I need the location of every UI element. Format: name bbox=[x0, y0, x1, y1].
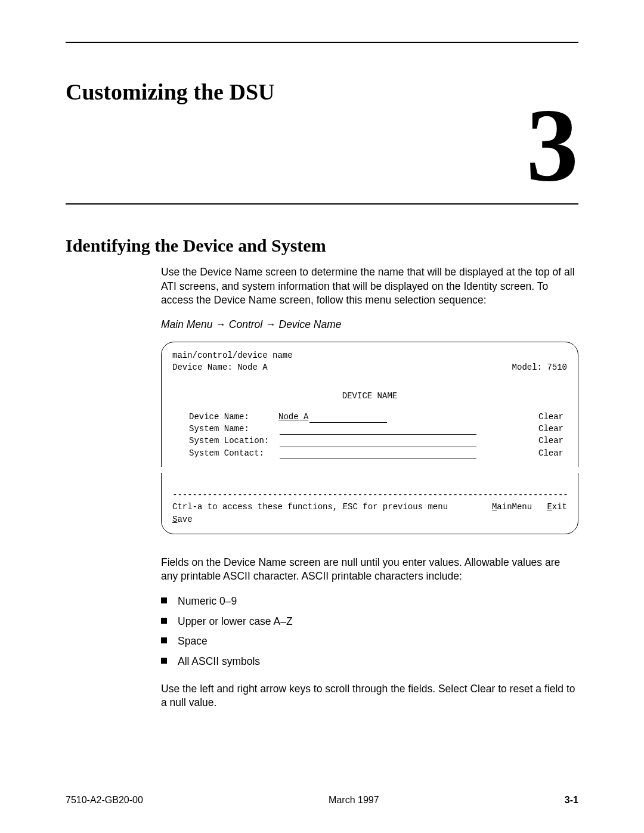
bullet-list: Numeric 0–9 Upper or lower case A–Z Spac… bbox=[161, 594, 578, 669]
terminal-row: System Location: Clear bbox=[189, 435, 567, 447]
terminal-field-value-text: Node A bbox=[278, 412, 308, 422]
intro-paragraph: Use the Device Name screen to determine … bbox=[161, 265, 578, 308]
terminal-divider: ----------------------------------------… bbox=[172, 489, 567, 501]
terminal-footer-right: MainMenu Exit bbox=[492, 501, 567, 513]
save-link[interactable]: Save bbox=[172, 513, 567, 525]
terminal-footer-hint: Ctrl-a to access these functions, ESC fo… bbox=[172, 501, 448, 513]
exit-u: E bbox=[547, 502, 552, 512]
terminal-field-value[interactable] bbox=[278, 447, 531, 459]
terminal-field-label: System Contact: bbox=[189, 447, 278, 459]
list-item: Numeric 0–9 bbox=[161, 594, 578, 609]
menu-path: Main Menu → Control → Device Name bbox=[161, 318, 578, 331]
terminal-field-value[interactable] bbox=[278, 435, 531, 447]
clear-button[interactable]: Clear bbox=[531, 411, 567, 423]
underline bbox=[280, 459, 476, 459]
terminal-footer: Ctrl-a to access these functions, ESC fo… bbox=[172, 501, 567, 513]
footer-doc-id: 7510-A2-GB20-00 bbox=[66, 795, 143, 806]
mainmenu-rest: ainMenu bbox=[497, 502, 532, 512]
page: Customizing the DSU 3 Identifying the De… bbox=[0, 0, 644, 833]
list-item: Upper or lower case A–Z bbox=[161, 615, 578, 629]
terminal-row: System Contact: Clear bbox=[189, 447, 567, 459]
section-title: Identifying the Device and System bbox=[66, 236, 578, 256]
after-terminal-paragraph: Fields on the Device Name screen are nul… bbox=[161, 556, 578, 584]
clear-button[interactable]: Clear bbox=[531, 447, 567, 459]
clear-button[interactable]: Clear bbox=[531, 423, 567, 435]
arrow-icon: → bbox=[215, 318, 226, 330]
save-rest: ave bbox=[177, 515, 192, 524]
terminal-fields: Device Name: Node A Clear System Name: C… bbox=[172, 411, 567, 459]
closing-paragraph: Use the left and right arrow keys to scr… bbox=[161, 682, 578, 710]
menu-path-seg-1: Control bbox=[229, 318, 262, 330]
exit-rest: xit bbox=[552, 502, 567, 512]
terminal-field-label: System Name: bbox=[189, 423, 278, 435]
mainmenu-link[interactable]: MainMenu bbox=[492, 502, 532, 512]
terminal-screen: main/control/device name Device Name: No… bbox=[161, 342, 578, 534]
menu-path-seg-2: Device Name bbox=[279, 318, 342, 330]
menu-path-text: Main Menu → Control → Device Name bbox=[161, 318, 342, 330]
exit-link[interactable]: Exit bbox=[547, 502, 567, 512]
menu-path-seg-0: Main Menu bbox=[161, 318, 213, 330]
terminal-breadcrumb: main/control/device name bbox=[172, 349, 567, 361]
mid-rule bbox=[66, 203, 578, 205]
top-rule bbox=[66, 42, 578, 43]
terminal-model: Model: 7510 bbox=[512, 361, 567, 373]
terminal-field-value[interactable]: Node A bbox=[278, 411, 531, 423]
footer-page-number: 3-1 bbox=[565, 795, 578, 806]
terminal-header: Device Name: Node A Model: 7510 bbox=[172, 361, 567, 373]
terminal-field-label: System Location: bbox=[189, 435, 278, 447]
terminal-row: System Name: Clear bbox=[189, 423, 567, 435]
list-item: All ASCII symbols bbox=[161, 655, 578, 669]
terminal-field-value[interactable] bbox=[278, 423, 531, 435]
terminal-title: DEVICE NAME bbox=[172, 390, 567, 402]
chapter-number: 3 bbox=[66, 93, 578, 197]
clear-button[interactable]: Clear bbox=[531, 435, 567, 447]
arrow-icon: → bbox=[265, 318, 276, 330]
terminal-field-label: Device Name: bbox=[189, 411, 278, 423]
terminal-device-line: Device Name: Node A bbox=[172, 361, 268, 373]
footer-date: March 1997 bbox=[329, 795, 379, 806]
terminal-row: Device Name: Node A Clear bbox=[189, 411, 567, 423]
page-footer: 7510-A2-GB20-00 March 1997 3-1 bbox=[66, 795, 578, 806]
list-item: Space bbox=[161, 634, 578, 649]
